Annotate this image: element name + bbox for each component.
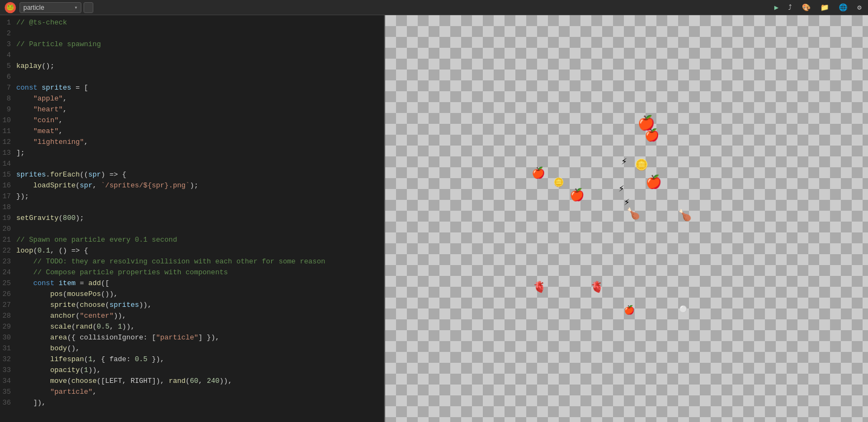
code-line: 36 ]), xyxy=(0,398,384,408)
line-number: 28 xyxy=(0,311,16,322)
code-line: 20 xyxy=(0,224,384,235)
share-button[interactable]: ⤴ xyxy=(788,3,794,11)
topbar: 🐸 ▾ ▶ ⤴ 🎨 📁 🌐 xyxy=(0,0,868,15)
line-content: loadSprite(spr, `/sprites/${spr}.png`); xyxy=(16,180,384,191)
line-content: loop(0.1, () => { xyxy=(16,245,384,256)
line-number: 27 xyxy=(0,300,16,311)
code-line: 1// @ts-check xyxy=(0,17,384,28)
line-number: 4 xyxy=(0,50,16,61)
project-button[interactable]: 📁 xyxy=(820,3,831,11)
code-editor[interactable]: 1// @ts-check23// Particle spawning45kap… xyxy=(0,15,385,422)
particle: 🍎 xyxy=(532,167,545,178)
code-line: 15sprites.forEach((spr) => { xyxy=(0,169,384,180)
line-content: ]), xyxy=(16,398,384,408)
code-line: 35 "particle", xyxy=(0,387,384,398)
line-content: anchor("center")), xyxy=(16,311,384,322)
line-content: pos(mousePos()), xyxy=(16,289,384,300)
particle: 🍗 xyxy=(678,210,692,221)
line-content: lifespan(1, { fade: 0.5 }), xyxy=(16,354,384,365)
code-line: 30 area({ collisionIgnore: ["particle"] … xyxy=(0,332,384,343)
theme-button[interactable]: 🎨 xyxy=(802,3,813,11)
line-number: 29 xyxy=(0,322,16,332)
code-line: 24 // Compose particle properties with c… xyxy=(0,267,384,278)
code-line: 22loop(0.1, () => { xyxy=(0,245,384,256)
line-number: 26 xyxy=(0,289,16,300)
browse-all-button[interactable] xyxy=(84,2,93,13)
line-content: "apple", xyxy=(16,93,384,104)
config-button[interactable]: ⚙ xyxy=(857,3,864,11)
code-line: 29 scale(rand(0.5, 1)), xyxy=(0,322,384,332)
line-content: "coin", xyxy=(16,115,384,126)
code-line: 9 "heart", xyxy=(0,104,384,115)
line-content: "heart", xyxy=(16,104,384,115)
main-area: 1// @ts-check23// Particle spawning45kap… xyxy=(0,15,868,422)
line-number: 17 xyxy=(0,191,16,202)
line-content: "particle", xyxy=(16,387,384,398)
code-line: 19setGravity(800); xyxy=(0,213,384,224)
particle: 🍗 xyxy=(627,208,640,219)
line-content: }); xyxy=(16,191,384,202)
line-number: 33 xyxy=(0,365,16,376)
line-number: 3 xyxy=(0,39,16,50)
line-content: const item = add([ xyxy=(16,278,384,289)
config-icon: ⚙ xyxy=(857,3,861,11)
code-line: 26 pos(mousePos()), xyxy=(0,289,384,300)
line-number: 11 xyxy=(0,126,16,137)
search-area: ▾ xyxy=(20,2,93,13)
theme-icon: 🎨 xyxy=(802,3,810,11)
about-button[interactable]: 🌐 xyxy=(839,3,850,11)
line-number: 19 xyxy=(0,213,16,224)
search-input[interactable] xyxy=(23,4,72,11)
code-line: 6 xyxy=(0,72,384,83)
line-content: sprites.forEach((spr) => { xyxy=(16,169,384,180)
line-number: 10 xyxy=(0,115,16,126)
line-content: kaplay(); xyxy=(16,61,384,72)
line-number: 6 xyxy=(0,72,16,83)
code-line: 12 "lightening", xyxy=(0,137,384,148)
run-button[interactable]: ▶ xyxy=(774,3,781,11)
line-number: 21 xyxy=(0,235,16,245)
project-icon: 📁 xyxy=(820,3,829,11)
particle: ⚡ xyxy=(618,184,624,193)
code-line: 8 "apple", xyxy=(0,93,384,104)
line-number: 24 xyxy=(0,267,16,278)
line-number: 31 xyxy=(0,343,16,354)
particle: ⚪ xyxy=(679,306,687,312)
search-input-wrapper[interactable]: ▾ xyxy=(20,2,81,13)
share-icon: ⤴ xyxy=(788,3,792,11)
code-line: 31 body(), xyxy=(0,343,384,354)
chevron-down-icon[interactable]: ▾ xyxy=(72,4,78,10)
line-number: 32 xyxy=(0,354,16,365)
about-icon: 🌐 xyxy=(839,3,847,11)
line-number: 8 xyxy=(0,93,16,104)
line-content: const sprites = [ xyxy=(16,83,384,93)
line-number: 20 xyxy=(0,224,16,235)
topbar-right: ▶ ⤴ 🎨 📁 🌐 ⚙ xyxy=(774,3,864,11)
line-number: 23 xyxy=(0,256,16,267)
code-line: 18 xyxy=(0,202,384,213)
line-content: setGravity(800); xyxy=(16,213,384,224)
line-number: 25 xyxy=(0,278,16,289)
code-line: 16 loadSprite(spr, `/sprites/${spr}.png`… xyxy=(0,180,384,191)
code-line: 21// Spawn one particle every 0.1 second xyxy=(0,235,384,245)
code-line: 25 const item = add([ xyxy=(0,278,384,289)
particle: 🍎 xyxy=(624,306,635,314)
code-line: 3// Particle spawning xyxy=(0,39,384,50)
line-content: ]; xyxy=(16,148,384,159)
code-line: 27 sprite(choose(sprites)), xyxy=(0,300,384,311)
code-line: 13]; xyxy=(0,148,384,159)
code-line: 11 "meat", xyxy=(0,126,384,137)
run-icon: ▶ xyxy=(774,3,778,11)
line-content: // Spawn one particle every 0.1 second xyxy=(16,235,384,245)
line-number: 14 xyxy=(0,159,16,169)
game-canvas[interactable]: 🍎🪙🍎⚡🫀🫀🍎🍎🪙🍎⚡⚡🍗🍗🍎⚪ xyxy=(385,15,868,422)
line-content: // Compose particle properties with comp… xyxy=(16,267,384,278)
code-line: 5kaplay(); xyxy=(0,61,384,72)
code-line: 23 // TODO: they are resolving collision… xyxy=(0,256,384,267)
code-line: 33 opacity(1)), xyxy=(0,365,384,376)
line-content: // TODO: they are resolving collision wi… xyxy=(16,256,384,267)
line-number: 9 xyxy=(0,104,16,115)
topbar-left: 🐸 ▾ xyxy=(4,2,93,14)
particle: ⚡ xyxy=(624,197,630,207)
line-number: 1 xyxy=(0,17,16,28)
